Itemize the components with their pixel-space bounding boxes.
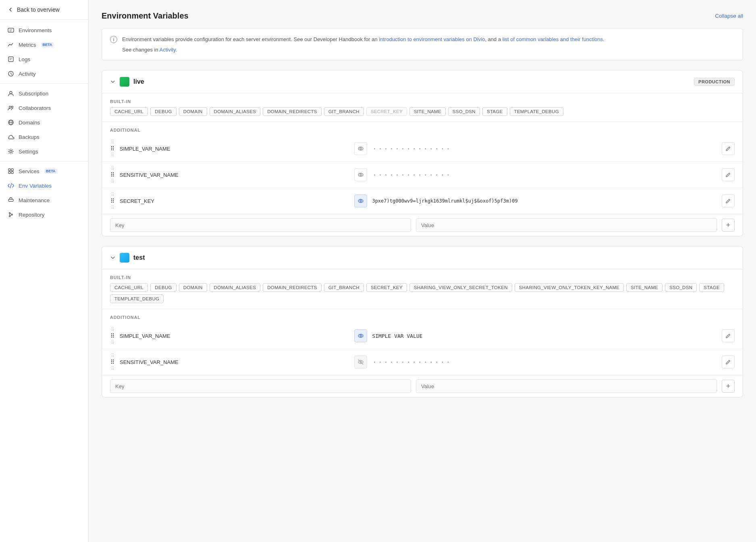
activity-icon — [7, 70, 15, 77]
tag-debug-live: DEBUG — [150, 107, 176, 116]
sidebar-item-metrics[interactable]: MetricsBETA — [0, 37, 88, 52]
info-text: Environment variables provide configurat… — [122, 35, 604, 54]
common-vars-link[interactable]: list of common variables and their funct… — [503, 36, 603, 42]
sidebar-item-label: Domains — [19, 120, 40, 126]
sidebar-item-environments[interactable]: Environments — [0, 23, 88, 37]
var-row-secretkey-live: ⠿ SECRET_KEY 3pxe7)tg000wv9=ljrkgk1639ml… — [102, 188, 743, 214]
new-key-input-live[interactable] — [110, 218, 411, 232]
built-in-label-test: BUILT-IN — [102, 271, 743, 283]
svg-point-22 — [360, 200, 361, 202]
tag-secret-key-test: SECRET_KEY — [366, 283, 407, 292]
add-var-button-live[interactable]: + — [722, 219, 735, 232]
activity-link[interactable]: Activity. — [160, 47, 177, 53]
svg-point-24 — [360, 335, 361, 337]
svg-rect-11 — [8, 172, 10, 174]
tag-secret-key-live: SECRET_KEY — [366, 107, 407, 116]
built-in-label-live: BUILT-IN — [102, 95, 743, 107]
repository-icon — [7, 211, 15, 218]
drag-handle-test-simple[interactable]: ⠿ — [110, 327, 115, 345]
env-variables-icon — [7, 182, 15, 189]
info-box: i Environment variables provide configur… — [102, 29, 743, 60]
eye-toggle-simple-live[interactable] — [354, 142, 367, 155]
var-name-sensitive-test: SENSITIVE_VAR_NAME — [120, 359, 349, 365]
new-value-input-test[interactable] — [416, 379, 717, 393]
tag-domain-aliases-test: DOMAIN_ALIASES — [210, 283, 261, 292]
sidebar-item-label: Settings — [19, 149, 38, 155]
nav-divider-1 — [0, 83, 88, 84]
svg-point-20 — [360, 174, 361, 176]
tag-sso-dsn-test: SSO_DSN — [665, 283, 697, 292]
sidebar-item-activity[interactable]: Activity — [0, 66, 88, 81]
svg-point-17 — [358, 147, 363, 150]
svg-point-5 — [12, 106, 13, 108]
env-icon-test — [120, 253, 129, 263]
tag-stage-live: STAGE — [482, 107, 507, 116]
env-header-left-test: test — [110, 253, 145, 263]
tag-git-branch-live: GIT_BRANCH — [324, 107, 364, 116]
metrics-icon — [7, 41, 15, 48]
built-in-tags-live: CACHE_URL DEBUG DOMAIN DOMAIN_ALIASES DO… — [102, 107, 743, 122]
eye-toggle-sensitive-live[interactable] — [354, 168, 367, 181]
svg-point-16 — [12, 214, 13, 215]
back-label: Back to overview — [17, 6, 60, 13]
sidebar-item-settings[interactable]: Settings — [0, 144, 88, 159]
edit-button-sensitive-test[interactable] — [722, 356, 735, 368]
add-var-button-test[interactable]: + — [722, 380, 735, 393]
eye-toggle-secretkey-live[interactable] — [354, 194, 367, 207]
sidebar-item-maintenance[interactable]: Maintenance — [0, 193, 88, 207]
var-value-sensitive-live: ·············· — [372, 170, 717, 180]
eye-toggle-sensitive-test[interactable] — [354, 356, 367, 368]
env-section-test: test BUILT-IN CACHE_URL DEBUG DOMAIN DOM… — [102, 246, 743, 397]
svg-point-8 — [10, 151, 12, 153]
info-text-middle: , and a — [485, 36, 502, 42]
tag-template-debug-test: TEMPLATE_DEBUG — [110, 294, 164, 303]
drag-handle-live-secretkey[interactable]: ⠿ — [110, 192, 115, 210]
var-name-secretkey-live: SECRET_KEY — [120, 198, 349, 204]
tag-cache-url-test: CACHE_URL — [110, 283, 148, 292]
maintenance-icon — [7, 197, 15, 204]
env-chevron-test[interactable] — [110, 255, 116, 261]
edit-button-secretkey-live[interactable] — [722, 194, 735, 207]
divider-test-builtin — [102, 269, 743, 269]
intro-link[interactable]: introduction to environment variables on… — [379, 36, 485, 42]
edit-button-sensitive-live[interactable] — [722, 168, 735, 181]
sidebar-item-subscription[interactable]: Subscription — [0, 86, 88, 101]
main-content: Environment Variables Collapse all i Env… — [89, 0, 756, 542]
back-to-overview[interactable]: Back to overview — [0, 0, 88, 20]
sidebar-item-env-variables[interactable]: Env Variables — [0, 178, 88, 193]
var-name-simple-live: SIMPLE_VAR_NAME — [120, 146, 349, 152]
edit-button-simple-live[interactable] — [722, 142, 735, 155]
collapse-all-button[interactable]: Collapse all — [715, 13, 743, 19]
new-key-input-test[interactable] — [110, 379, 411, 393]
tag-debug-test: DEBUG — [150, 283, 176, 292]
svg-point-18 — [360, 148, 361, 149]
drag-handle-live-simple[interactable]: ⠿ — [110, 140, 115, 157]
new-value-input-live[interactable] — [416, 218, 717, 232]
see-changes-text: See changes in — [122, 47, 160, 53]
sidebar-item-label: Backups — [19, 134, 39, 140]
settings-icon — [7, 148, 15, 155]
svg-rect-9 — [8, 169, 10, 171]
tag-site-name-live: SITE_NAME — [409, 107, 446, 116]
svg-point-23 — [358, 334, 363, 337]
sidebar-item-collaborators[interactable]: Collaborators — [0, 101, 88, 115]
edit-button-simple-test[interactable] — [722, 329, 735, 342]
sidebar-item-repository[interactable]: Repository — [0, 207, 88, 222]
env-chevron-live[interactable] — [110, 79, 116, 85]
sidebar-item-backups[interactable]: Backups — [0, 130, 88, 144]
eye-toggle-simple-test[interactable] — [354, 329, 367, 342]
services-icon — [7, 168, 15, 175]
var-name-simple-test: SIMPLE_VAR_NAME — [120, 333, 349, 339]
add-var-row-live: + — [102, 214, 743, 236]
sidebar-item-domains[interactable]: Domains — [0, 115, 88, 130]
var-row-simple-live: ⠿ SIMPLE_VAR_NAME ·············· — [102, 136, 743, 162]
sidebar-item-logs[interactable]: Logs — [0, 52, 88, 66]
var-row-sensitive-test: ⠿ SENSITIVE_VAR_NAME ·············· — [102, 349, 743, 375]
env-header-left: live — [110, 77, 144, 87]
built-in-tags-test: CACHE_URL DEBUG DOMAIN DOMAIN_ALIASES DO… — [102, 283, 743, 309]
tag-stage-test: STAGE — [699, 283, 724, 292]
domains-icon — [7, 119, 15, 126]
drag-handle-test-sensitive[interactable]: ⠿ — [110, 353, 115, 371]
sidebar-item-services[interactable]: ServicesBETA — [0, 164, 88, 178]
drag-handle-live-sensitive[interactable]: ⠿ — [110, 166, 115, 184]
